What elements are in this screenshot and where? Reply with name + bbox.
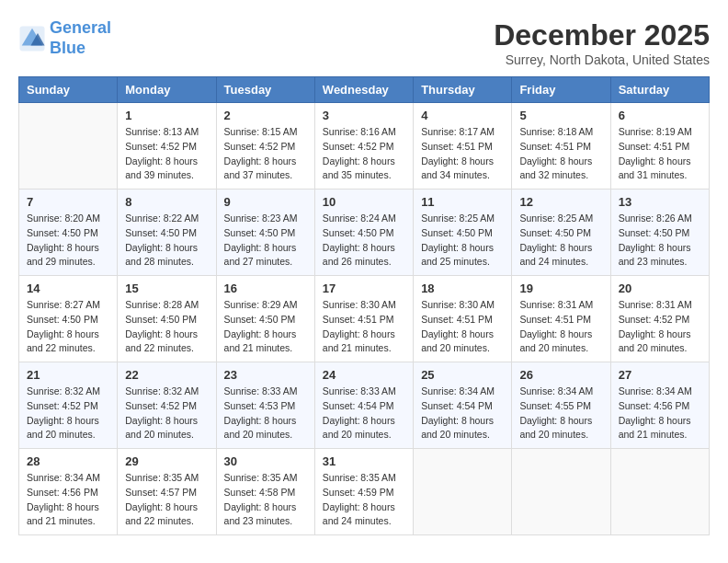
calendar-cell-w2-d3: 9Sunrise: 8:23 AMSunset: 4:50 PMDaylight…: [216, 190, 314, 276]
calendar-cell-w3-d6: 19Sunrise: 8:31 AMSunset: 4:51 PMDayligh…: [512, 276, 610, 362]
day-info-line-2: Sunset: 4:50 PM: [27, 227, 98, 238]
day-info-line-1: Sunrise: 8:34 AM: [519, 385, 593, 396]
logo: General Blue: [18, 18, 111, 58]
day-number: 8: [125, 195, 208, 209]
day-info-line-1: Sunrise: 8:16 AM: [323, 126, 396, 137]
day-info-line-3: Daylight: 8 hours: [125, 415, 198, 426]
day-info-line-2: Sunset: 4:51 PM: [519, 314, 591, 325]
day-info-line-2: Sunset: 4:54 PM: [421, 400, 493, 411]
day-info: Sunrise: 8:34 AMSunset: 4:56 PMDaylight:…: [619, 385, 701, 442]
calendar-cell-w1-d2: 1Sunrise: 8:13 AMSunset: 4:52 PMDaylight…: [118, 103, 216, 190]
day-number: 16: [224, 282, 307, 295]
day-info-line-4: and 35 minutes.: [323, 169, 392, 180]
day-info: Sunrise: 8:30 AMSunset: 4:51 PMDaylight:…: [421, 298, 504, 356]
day-info: Sunrise: 8:26 AMSunset: 4:50 PMDaylight:…: [619, 212, 701, 270]
calendar-cell-w2-d7: 13Sunrise: 8:26 AMSunset: 4:50 PMDayligh…: [610, 190, 709, 276]
day-info-line-1: Sunrise: 8:15 AM: [224, 126, 298, 137]
calendar-cell-w4-d6: 26Sunrise: 8:34 AMSunset: 4:55 PMDayligh…: [512, 362, 610, 449]
logo-line1: General: [50, 18, 111, 37]
calendar-cell-w3-d2: 15Sunrise: 8:28 AMSunset: 4:50 PMDayligh…: [118, 276, 216, 362]
calendar-cell-w4-d3: 23Sunrise: 8:33 AMSunset: 4:53 PMDayligh…: [216, 362, 314, 449]
day-info-line-3: Daylight: 8 hours: [224, 155, 297, 167]
day-info-line-1: Sunrise: 8:26 AM: [619, 213, 692, 224]
day-info-line-2: Sunset: 4:56 PM: [619, 400, 690, 411]
calendar-cell-w1-d3: 2Sunrise: 8:15 AMSunset: 4:52 PMDaylight…: [216, 103, 314, 190]
day-number: 2: [224, 109, 307, 122]
calendar-body: 1Sunrise: 8:13 AMSunset: 4:52 PMDaylight…: [19, 103, 710, 535]
calendar-table: SundayMondayTuesdayWednesdayThursdayFrid…: [18, 76, 710, 535]
location: Surrey, North Dakota, United States: [494, 52, 710, 67]
day-info-line-3: Daylight: 8 hours: [519, 242, 592, 253]
day-info: Sunrise: 8:34 AMSunset: 4:54 PMDaylight:…: [421, 385, 504, 442]
day-info-line-4: and 20 minutes.: [619, 342, 688, 353]
day-info: Sunrise: 8:25 AMSunset: 4:50 PMDaylight:…: [519, 212, 602, 270]
day-info: Sunrise: 8:31 AMSunset: 4:52 PMDaylight:…: [619, 298, 701, 356]
day-info-line-4: and 23 minutes.: [619, 256, 688, 267]
day-info-line-3: Daylight: 8 hours: [323, 155, 395, 167]
day-info: Sunrise: 8:30 AMSunset: 4:51 PMDaylight:…: [323, 298, 405, 356]
day-info-line-1: Sunrise: 8:35 AM: [224, 472, 298, 483]
day-info-line-4: and 20 minutes.: [125, 429, 194, 440]
day-info-line-4: and 24 minutes.: [519, 256, 588, 267]
day-info: Sunrise: 8:35 AMSunset: 4:59 PMDaylight:…: [323, 471, 405, 529]
day-info-line-2: Sunset: 4:56 PM: [27, 487, 98, 498]
day-info-line-1: Sunrise: 8:32 AM: [27, 385, 100, 396]
day-info-line-1: Sunrise: 8:35 AM: [323, 472, 396, 483]
day-info-line-3: Daylight: 8 hours: [125, 242, 198, 253]
day-info-line-1: Sunrise: 8:17 AM: [421, 126, 495, 137]
day-info: Sunrise: 8:35 AMSunset: 4:58 PMDaylight:…: [224, 471, 307, 529]
day-info-line-2: Sunset: 4:52 PM: [125, 400, 197, 411]
day-number: 27: [619, 368, 701, 382]
day-info-line-3: Daylight: 8 hours: [619, 415, 691, 426]
day-info-line-2: Sunset: 4:50 PM: [125, 314, 197, 325]
calendar-week-5: 28Sunrise: 8:34 AMSunset: 4:56 PMDayligh…: [19, 449, 710, 535]
calendar-cell-w2-d5: 11Sunrise: 8:25 AMSunset: 4:50 PMDayligh…: [414, 190, 512, 276]
day-info: Sunrise: 8:35 AMSunset: 4:57 PMDaylight:…: [125, 471, 208, 529]
day-info-line-1: Sunrise: 8:33 AM: [224, 385, 298, 396]
day-info-line-2: Sunset: 4:50 PM: [421, 227, 493, 238]
calendar-cell-w3-d5: 18Sunrise: 8:30 AMSunset: 4:51 PMDayligh…: [414, 276, 512, 362]
day-info: Sunrise: 8:29 AMSunset: 4:50 PMDaylight:…: [224, 298, 307, 356]
day-number: 28: [27, 454, 109, 468]
day-info-line-3: Daylight: 8 hours: [323, 328, 395, 339]
day-info-line-4: and 34 minutes.: [421, 169, 490, 180]
calendar-cell-w4-d7: 27Sunrise: 8:34 AMSunset: 4:56 PMDayligh…: [610, 362, 709, 449]
day-info-line-2: Sunset: 4:50 PM: [224, 314, 296, 325]
day-info-line-1: Sunrise: 8:22 AM: [125, 213, 199, 224]
day-info-line-2: Sunset: 4:52 PM: [224, 141, 296, 152]
day-info-line-1: Sunrise: 8:25 AM: [421, 213, 495, 224]
weekday-header-wednesday: Wednesday: [314, 77, 413, 103]
day-number: 4: [421, 109, 504, 122]
calendar-cell-w3-d7: 20Sunrise: 8:31 AMSunset: 4:52 PMDayligh…: [610, 276, 709, 362]
day-info-line-4: and 20 minutes.: [224, 429, 293, 440]
day-info-line-3: Daylight: 8 hours: [619, 328, 691, 339]
calendar-cell-w4-d5: 25Sunrise: 8:34 AMSunset: 4:54 PMDayligh…: [414, 362, 512, 449]
day-number: 10: [323, 195, 405, 209]
day-info: Sunrise: 8:27 AMSunset: 4:50 PMDaylight:…: [27, 298, 109, 356]
day-info: Sunrise: 8:32 AMSunset: 4:52 PMDaylight:…: [27, 385, 109, 442]
day-info: Sunrise: 8:32 AMSunset: 4:52 PMDaylight:…: [125, 385, 208, 442]
day-info-line-3: Daylight: 8 hours: [27, 415, 99, 426]
day-info-line-4: and 21 minutes.: [224, 342, 293, 353]
calendar-week-2: 7Sunrise: 8:20 AMSunset: 4:50 PMDaylight…: [19, 190, 710, 276]
day-info-line-3: Daylight: 8 hours: [125, 155, 198, 167]
day-info: Sunrise: 8:33 AMSunset: 4:53 PMDaylight:…: [224, 385, 307, 442]
day-number: 1: [125, 109, 208, 122]
month-title: December 2025: [494, 18, 710, 52]
day-info-line-3: Daylight: 8 hours: [323, 415, 395, 426]
day-info-line-4: and 29 minutes.: [27, 256, 96, 267]
calendar-week-4: 21Sunrise: 8:32 AMSunset: 4:52 PMDayligh…: [19, 362, 710, 449]
logo-line2: Blue: [50, 39, 85, 57]
day-info: Sunrise: 8:13 AMSunset: 4:52 PMDaylight:…: [125, 125, 208, 183]
day-info-line-1: Sunrise: 8:25 AM: [519, 213, 593, 224]
day-info-line-1: Sunrise: 8:34 AM: [27, 472, 100, 483]
day-number: 31: [323, 454, 405, 468]
day-number: 15: [125, 282, 208, 295]
day-info-line-3: Daylight: 8 hours: [224, 242, 297, 253]
day-number: 7: [27, 195, 109, 209]
calendar-cell-w1-d1: [19, 103, 118, 190]
day-info-line-2: Sunset: 4:51 PM: [619, 141, 690, 152]
day-info-line-1: Sunrise: 8:30 AM: [421, 299, 495, 310]
day-info-line-2: Sunset: 4:51 PM: [421, 314, 493, 325]
day-info: Sunrise: 8:19 AMSunset: 4:51 PMDaylight:…: [619, 125, 701, 183]
